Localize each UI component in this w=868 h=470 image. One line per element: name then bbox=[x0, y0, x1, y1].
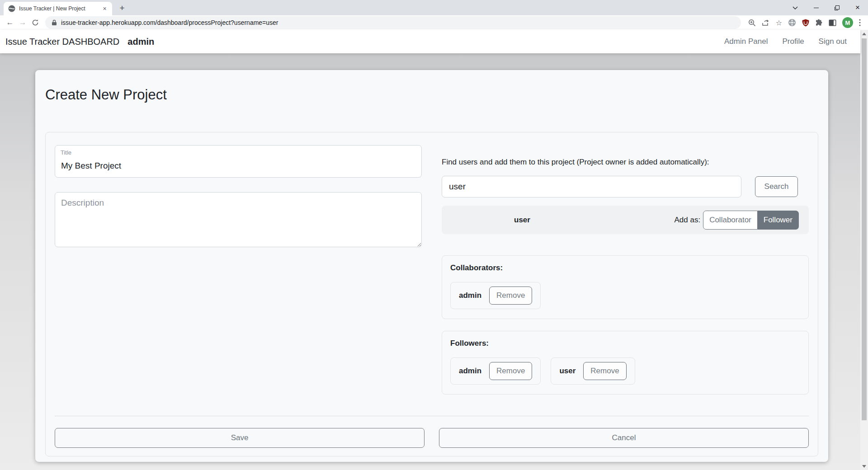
new-tab-button[interactable]: + bbox=[116, 2, 128, 14]
project-form-panel: Title Find users and add them to this pr… bbox=[45, 132, 818, 456]
tab-close-icon[interactable]: × bbox=[101, 5, 108, 13]
followers-heading: Followers: bbox=[450, 339, 800, 348]
search-button[interactable]: Search bbox=[755, 176, 798, 197]
page-scrollbar[interactable] bbox=[860, 30, 868, 470]
share-icon[interactable] bbox=[762, 19, 770, 26]
remove-collaborator-button[interactable]: Remove bbox=[489, 287, 532, 305]
extensions-puzzle-icon[interactable] bbox=[815, 19, 823, 27]
followers-list: admin Remove user Remove bbox=[450, 357, 800, 385]
follower-chip: admin Remove bbox=[450, 357, 541, 385]
reload-icon[interactable] bbox=[29, 16, 42, 29]
navbar-links: Admin Panel Profile Sign out bbox=[724, 37, 853, 46]
scrollbar-up-icon[interactable] bbox=[860, 30, 868, 38]
user-search-input[interactable] bbox=[442, 176, 741, 197]
restore-button[interactable] bbox=[826, 0, 847, 15]
follower-name: admin bbox=[459, 367, 481, 376]
tab-strip: Issue Tracker | New Project × + × bbox=[0, 0, 868, 15]
back-icon[interactable]: ← bbox=[4, 16, 16, 29]
browser-tab[interactable]: Issue Tracker | New Project × bbox=[4, 2, 112, 15]
browser-chrome: Issue Tracker | New Project × + × ← → is… bbox=[0, 0, 868, 30]
title-input[interactable] bbox=[55, 145, 422, 178]
find-users-instructions: Find users and add them to this project … bbox=[442, 158, 809, 167]
close-button[interactable]: × bbox=[847, 0, 868, 15]
bookmark-star-icon[interactable]: ☆ bbox=[776, 19, 782, 27]
follower-chip: user Remove bbox=[551, 357, 635, 385]
form-divider bbox=[55, 416, 809, 416]
form-actions: Save Cancel bbox=[55, 428, 809, 448]
extension-film-reel-icon[interactable] bbox=[788, 19, 796, 27]
add-as-button-group: Collaborator Follower bbox=[703, 211, 799, 230]
page-title: Create New Project bbox=[45, 80, 818, 103]
add-as-controls: Add as: Collaborator Follower bbox=[674, 211, 804, 230]
scrollbar-thumb[interactable] bbox=[862, 38, 867, 420]
cancel-button[interactable]: Cancel bbox=[439, 428, 809, 448]
side-panel-icon[interactable] bbox=[829, 19, 836, 26]
remove-follower-button[interactable]: Remove bbox=[583, 362, 626, 380]
description-textarea[interactable] bbox=[55, 192, 422, 247]
result-username: user bbox=[514, 216, 530, 225]
browser-toolbar: ← → issue-tracker-app.herokuapp.com/dash… bbox=[0, 15, 868, 30]
url-text: issue-tracker-app.herokuapp.com/dashboar… bbox=[61, 19, 278, 26]
title-field-wrapper: Title bbox=[55, 145, 422, 178]
add-as-collaborator-button[interactable]: Collaborator bbox=[703, 211, 758, 230]
collaborators-list: admin Remove bbox=[450, 282, 800, 309]
kebab-menu-icon[interactable] bbox=[859, 19, 861, 26]
nav-link-admin-panel[interactable]: Admin Panel bbox=[724, 37, 768, 46]
navbar-username: admin bbox=[127, 37, 154, 47]
user-management-column: Find users and add them to this project … bbox=[442, 145, 809, 395]
title-floating-label: Title bbox=[61, 149, 71, 156]
create-project-card: Create New Project Title bbox=[35, 70, 828, 462]
scrollbar-down-icon[interactable] bbox=[860, 462, 868, 470]
toolbar-icons: ☆ M bbox=[745, 17, 864, 28]
search-result-row: user Add as: Collaborator Follower bbox=[442, 206, 809, 234]
tab-title: Issue Tracker | New Project bbox=[19, 5, 97, 12]
page-background: Create New Project Title bbox=[0, 53, 860, 470]
favicon-globe-icon bbox=[8, 5, 15, 12]
user-search-row: Search bbox=[442, 176, 809, 197]
minimize-button[interactable] bbox=[806, 0, 826, 15]
forward-icon[interactable]: → bbox=[16, 16, 29, 29]
profile-avatar[interactable]: M bbox=[842, 17, 853, 28]
nav-link-profile[interactable]: Profile bbox=[782, 37, 804, 46]
app-navbar: Issue Tracker DASHBOARD admin Admin Pane… bbox=[0, 30, 860, 53]
address-bar[interactable]: issue-tracker-app.herokuapp.com/dashboar… bbox=[45, 16, 741, 29]
collaborators-box: Collaborators: admin Remove bbox=[442, 255, 809, 319]
collaborator-chip: admin Remove bbox=[450, 282, 541, 309]
save-button[interactable]: Save bbox=[55, 428, 425, 448]
nav-link-sign-out[interactable]: Sign out bbox=[819, 37, 847, 46]
add-as-label: Add as: bbox=[674, 216, 700, 225]
chevron-down-icon[interactable] bbox=[785, 0, 806, 15]
collaborator-name: admin bbox=[459, 291, 481, 300]
collaborators-heading: Collaborators: bbox=[450, 263, 800, 273]
window-controls: × bbox=[785, 0, 868, 15]
web-page: Issue Tracker DASHBOARD admin Admin Pane… bbox=[0, 30, 860, 470]
follower-name: user bbox=[559, 367, 576, 376]
followers-box: Followers: admin Remove user Remove bbox=[442, 331, 809, 395]
add-as-follower-button[interactable]: Follower bbox=[758, 211, 799, 230]
zoom-icon[interactable] bbox=[748, 19, 756, 27]
ublock-shield-icon[interactable] bbox=[802, 19, 809, 27]
project-fields-column: Title bbox=[55, 145, 422, 395]
app-brand: Issue Tracker DASHBOARD bbox=[5, 37, 119, 47]
remove-follower-button[interactable]: Remove bbox=[489, 362, 532, 380]
lock-icon bbox=[52, 19, 57, 26]
